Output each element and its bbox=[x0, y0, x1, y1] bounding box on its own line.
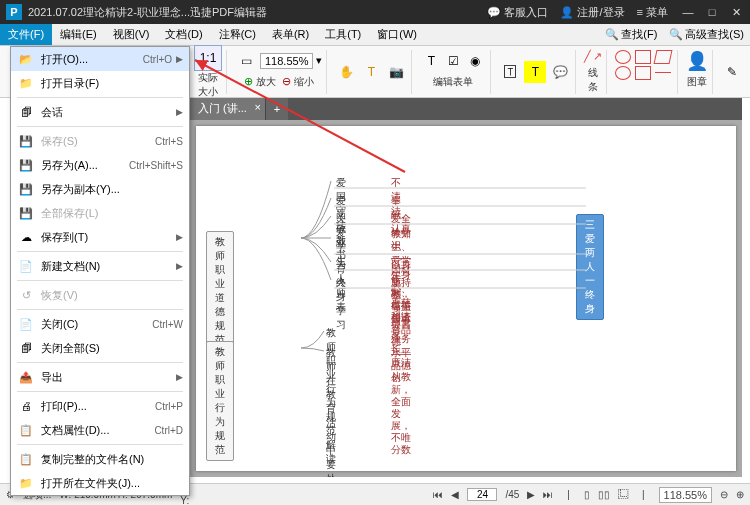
snapshot-icon[interactable]: 📷 bbox=[385, 61, 407, 83]
arrow-tool-icon[interactable]: ↗ bbox=[593, 50, 602, 63]
app-icon: P bbox=[6, 4, 22, 20]
save-all-icon: 💾 bbox=[17, 205, 35, 221]
zoom-in-button[interactable]: ⊕ 放大 bbox=[244, 75, 276, 89]
export-icon: 📤 bbox=[17, 369, 35, 385]
menu-separator bbox=[17, 126, 183, 127]
session-item[interactable]: 🗐会话▶ bbox=[11, 100, 189, 124]
layout-facing-icon[interactable]: ⿺ bbox=[618, 489, 628, 500]
stamp-label: 图章 bbox=[687, 75, 707, 89]
mind-sub: 教师在教育活动中要处理好的几大关系 bbox=[326, 346, 336, 477]
select-tool-icon[interactable]: T bbox=[360, 61, 382, 83]
stamp-icon[interactable]: 👤 bbox=[686, 50, 708, 72]
menu-form[interactable]: 表单(R) bbox=[264, 24, 317, 45]
document-canvas[interactable]: 教师职业道德规范 教师职业行为规范 爱国守法 不违法 爱岗敬业 奉献、认真 关爱… bbox=[190, 120, 742, 477]
close-doc-icon: 📄 bbox=[17, 316, 35, 332]
save-to-item[interactable]: ☁保存到(T)▶ bbox=[11, 225, 189, 249]
save-copy-item[interactable]: 💾另存为副本(Y)... bbox=[11, 177, 189, 201]
poly-shape-icon[interactable] bbox=[654, 50, 673, 64]
note-icon[interactable]: 💬 bbox=[549, 61, 571, 83]
line-group-label: 线条 bbox=[584, 66, 602, 94]
menubar: 文件(F) 编辑(E) 视图(V) 文档(D) 注释(C) 表单(R) 工具(T… bbox=[0, 24, 750, 46]
close-all-icon: 🗐 bbox=[17, 340, 35, 356]
add-tab-button[interactable]: + bbox=[266, 98, 288, 120]
export-item[interactable]: 📤导出▶ bbox=[11, 365, 189, 389]
customer-service-link[interactable]: 💬 客服入口 bbox=[487, 5, 548, 20]
main-menu-link[interactable]: ≡ 菜单 bbox=[637, 5, 668, 20]
menu-window[interactable]: 窗口(W) bbox=[369, 24, 425, 45]
menu-view[interactable]: 视图(V) bbox=[105, 24, 158, 45]
mindmap-root-1: 教师职业道德规范 bbox=[206, 231, 234, 351]
menu-separator bbox=[17, 391, 183, 392]
doc-props-item[interactable]: 📋文档属性(D)...Ctrl+D bbox=[11, 418, 189, 442]
open-folder-item[interactable]: 📁打开所在文件夹(J)... bbox=[11, 471, 189, 495]
print-item[interactable]: 🖨打印(P)...Ctrl+P bbox=[11, 394, 189, 418]
line-tool-icon[interactable]: ╱ bbox=[584, 50, 591, 63]
mind-val: 坚持学习，提高业务水平 bbox=[391, 276, 411, 360]
next-page-button[interactable]: ▶ bbox=[527, 489, 535, 500]
session-icon: 🗐 bbox=[17, 104, 35, 120]
fit-page-icon[interactable]: ▭ bbox=[235, 50, 257, 72]
save-copy-icon: 💾 bbox=[17, 181, 35, 197]
actual-size-button[interactable]: 1:1 bbox=[194, 45, 222, 71]
copy-filename-item[interactable]: 📋复制完整的文件名(N) bbox=[11, 447, 189, 471]
new-doc-item[interactable]: 📄新建文档(N)▶ bbox=[11, 254, 189, 278]
menu-separator bbox=[17, 251, 183, 252]
text-box-icon[interactable]: 🅃 bbox=[499, 61, 521, 83]
login-link[interactable]: 👤 注册/登录 bbox=[560, 5, 624, 20]
circle-shape-icon[interactable] bbox=[615, 50, 631, 64]
layout-cont-icon[interactable]: ▯▯ bbox=[598, 489, 610, 500]
zoom-out-button[interactable]: ⊖ 缩小 bbox=[282, 75, 314, 89]
save-icon: 💾 bbox=[17, 133, 35, 149]
zoom-dropdown-icon[interactable]: ▾ bbox=[316, 54, 322, 67]
find-button[interactable]: 🔍查找(F) bbox=[599, 24, 663, 45]
pencil-icon[interactable]: ✎ bbox=[721, 61, 743, 83]
form-check-icon[interactable]: ☑ bbox=[442, 50, 464, 72]
restore-item[interactable]: ↺恢复(V) bbox=[11, 283, 189, 307]
menu-separator bbox=[17, 97, 183, 98]
close-button[interactable]: ✕ bbox=[728, 6, 744, 19]
page: 教师职业道德规范 教师职业行为规范 爱国守法 不违法 爱岗敬业 奉献、认真 关爱… bbox=[196, 126, 736, 471]
zoom-value[interactable]: 118.55% bbox=[260, 53, 313, 69]
highlight-icon[interactable]: T bbox=[524, 61, 546, 83]
open-item[interactable]: 📂打开(O)...Ctrl+O▶ bbox=[11, 47, 189, 71]
close-all-item[interactable]: 🗐关闭全部(S) bbox=[11, 336, 189, 360]
status-zoom-out-icon[interactable]: ⊖ bbox=[720, 489, 728, 500]
menu-file[interactable]: 文件(F) bbox=[0, 24, 52, 45]
rect-shape-icon[interactable] bbox=[635, 50, 651, 64]
status-zoom[interactable]: 118.55% bbox=[659, 487, 712, 503]
menu-separator bbox=[17, 309, 183, 310]
page-total: /45 bbox=[505, 489, 519, 500]
close-item[interactable]: 📄关闭(C)Ctrl+W bbox=[11, 312, 189, 336]
save-item[interactable]: 💾保存(S)Ctrl+S bbox=[11, 129, 189, 153]
save-as-icon: 💾 bbox=[17, 157, 35, 173]
open-dir-item[interactable]: 📁打开目录(F) bbox=[11, 71, 189, 95]
form-text-icon[interactable]: T bbox=[420, 50, 442, 72]
ellipse-shape-icon[interactable] bbox=[615, 66, 631, 80]
last-page-button[interactable]: ⏭ bbox=[543, 489, 553, 500]
menu-tools[interactable]: 工具(T) bbox=[317, 24, 369, 45]
maximize-button[interactable]: □ bbox=[704, 6, 720, 19]
mindmap-summary: 三爱 两人 一终身 bbox=[576, 214, 604, 320]
polyline-shape-icon[interactable] bbox=[655, 72, 671, 86]
layout-single-icon[interactable]: ▯ bbox=[584, 489, 590, 500]
tab-close-icon[interactable]: × bbox=[254, 101, 260, 113]
document-tab[interactable]: 入门 (讲...× bbox=[190, 98, 266, 120]
eraser-icon[interactable]: ◧ bbox=[746, 61, 750, 83]
page-number-input[interactable] bbox=[467, 488, 497, 501]
square-shape-icon[interactable] bbox=[635, 66, 651, 80]
prev-page-button[interactable]: ◀ bbox=[451, 489, 459, 500]
save-all-item[interactable]: 💾全部保存(L) bbox=[11, 201, 189, 225]
menu-edit[interactable]: 编辑(E) bbox=[52, 24, 105, 45]
menu-document[interactable]: 文档(D) bbox=[157, 24, 210, 45]
advanced-find-button[interactable]: 🔍高级查找(S) bbox=[663, 24, 750, 45]
form-radio-icon[interactable]: ◉ bbox=[464, 50, 486, 72]
hand-tool-icon[interactable]: ✋ bbox=[335, 61, 357, 83]
shape-palette[interactable] bbox=[615, 50, 673, 86]
status-zoom-in-icon[interactable]: ⊕ bbox=[736, 489, 744, 500]
cloud-icon: ☁ bbox=[17, 229, 35, 245]
folder-icon: 📁 bbox=[17, 75, 35, 91]
minimize-button[interactable]: ― bbox=[680, 6, 696, 19]
menu-annotate[interactable]: 注释(C) bbox=[211, 24, 264, 45]
save-as-item[interactable]: 💾另存为(A)...Ctrl+Shift+S bbox=[11, 153, 189, 177]
first-page-button[interactable]: ⏮ bbox=[433, 489, 443, 500]
